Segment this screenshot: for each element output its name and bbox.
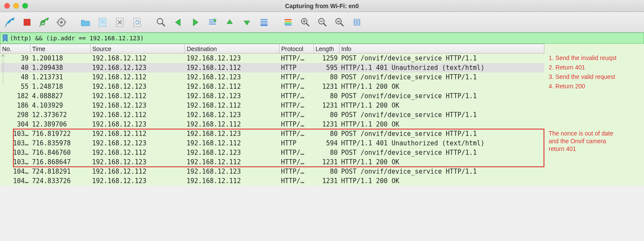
cell-src: 192.168.12.123 xyxy=(91,101,185,110)
packet-row[interactable]: 551.248718192.168.12.123192.168.12.112HT… xyxy=(0,82,544,91)
annotation-box-note-l2: and the Onvif camera xyxy=(549,137,613,145)
col-header-source[interactable]: Source xyxy=(91,44,185,54)
svg-rect-24 xyxy=(285,19,292,20)
cell-no: 304 xyxy=(0,120,30,129)
cell-proto: HTTP/… xyxy=(279,157,314,167)
packet-table-header[interactable]: No. Time Source Destination Protocol Len… xyxy=(0,44,544,54)
cell-len: 80 xyxy=(314,167,340,176)
packet-table[interactable]: No. Time Source Destination Protocol Len… xyxy=(0,44,544,186)
zoom-reset-button[interactable] xyxy=(332,15,347,30)
cell-len: 1231 xyxy=(314,157,340,167)
annotation-4: 4. Return 200 xyxy=(549,82,585,90)
col-header-no[interactable]: No. xyxy=(0,44,30,54)
reload-file-button[interactable] xyxy=(130,15,144,30)
zoom-out-button[interactable] xyxy=(315,15,330,30)
col-header-protocol[interactable]: Protocol xyxy=(279,44,314,54)
minimize-window-button[interactable] xyxy=(13,3,19,9)
bookmark-icon[interactable] xyxy=(2,34,8,42)
cell-src: 192.168.12.112 xyxy=(91,129,185,139)
packet-row[interactable]: 103…716.835978192.168.12.123192.168.12.1… xyxy=(0,139,544,148)
cell-len: 594 xyxy=(314,139,340,148)
col-header-info[interactable]: Info xyxy=(340,44,544,54)
cell-dst: 192.168.12.112 xyxy=(185,101,279,110)
annotation-3: 3. Send the valid request xyxy=(549,73,615,81)
packet-row[interactable]: 1864.103929192.168.12.123192.168.12.112H… xyxy=(0,101,544,110)
cell-info: HTTP/1.1 200 OK xyxy=(340,82,544,91)
cell-dst: 192.168.12.112 xyxy=(185,82,279,91)
packet-row[interactable]: 1824.088827192.168.12.112192.168.12.123H… xyxy=(0,91,544,101)
packet-row[interactable]: 103…716.819722192.168.12.112192.168.12.1… xyxy=(0,129,544,139)
col-header-destination[interactable]: Destination xyxy=(185,44,279,54)
cell-no: 103… xyxy=(0,129,30,139)
col-header-time[interactable]: Time xyxy=(30,44,91,54)
cell-info: HTTP/1.1 401 Unauthorized (text/html) xyxy=(340,63,544,72)
close-file-button[interactable] xyxy=(112,15,127,30)
annotation-1: 1. Send the invalid reuqst xyxy=(549,54,617,62)
zoom-in-button[interactable] xyxy=(298,15,313,30)
cell-info: POST /onvif/device_service HTTP/1.1 xyxy=(340,110,544,120)
svg-rect-39 xyxy=(354,18,355,25)
packet-row[interactable]: 401.209438192.168.12.123192.168.12.112HT… xyxy=(0,63,544,72)
cell-no: 104… xyxy=(0,167,30,176)
cell-len: 1231 xyxy=(314,120,340,129)
capture-options-button[interactable] xyxy=(54,15,69,30)
cell-proto: HTTP/… xyxy=(279,101,314,110)
colorize-button[interactable] xyxy=(281,15,295,30)
cell-proto: HTTP/… xyxy=(279,82,314,91)
find-packet-button[interactable] xyxy=(154,15,168,30)
svg-rect-40 xyxy=(356,18,358,25)
display-filter-input[interactable]: (http) && (ip.addr == 192.168.12.123) xyxy=(10,35,144,42)
display-filter-bar[interactable]: (http) && (ip.addr == 192.168.12.123) xyxy=(0,33,644,44)
packet-row[interactable]: 104…724.833726192.168.12.123192.168.12.1… xyxy=(0,176,544,186)
svg-line-36 xyxy=(340,23,343,26)
cell-dst: 192.168.12.112 xyxy=(185,157,279,167)
auto-scroll-button[interactable] xyxy=(257,15,271,30)
cell-info: POST /onvif/device_service HTTP/1.1 xyxy=(340,148,544,157)
annotation-box-note: The nonce is out of date and the Onvif c… xyxy=(549,130,613,153)
go-back-button[interactable] xyxy=(171,15,185,30)
col-header-length[interactable]: Length xyxy=(314,44,340,54)
cell-time: 4.088827 xyxy=(30,91,91,101)
cell-len: 1231 xyxy=(314,101,340,110)
save-file-button[interactable] xyxy=(95,15,110,30)
restart-capture-button[interactable] xyxy=(37,15,52,30)
cell-len: 1259 xyxy=(314,54,340,63)
packet-row[interactable]: 391.200118192.168.12.112192.168.12.123HT… xyxy=(0,54,544,63)
cell-info: POST /onvif/device_service HTTP/1.1 xyxy=(340,129,544,139)
cell-time: 1.209438 xyxy=(30,63,91,72)
resize-columns-button[interactable] xyxy=(349,15,364,30)
svg-point-15 xyxy=(157,18,163,24)
packet-row[interactable]: 104…724.818291192.168.12.112192.168.12.1… xyxy=(0,167,544,176)
open-file-button[interactable] xyxy=(78,15,93,30)
cell-info: HTTP/1.1 200 OK xyxy=(340,101,544,110)
go-first-packet-button[interactable] xyxy=(222,15,237,30)
annotation-box-note-l1: The nonce is out of date xyxy=(549,130,613,137)
cell-len: 80 xyxy=(314,148,340,157)
cell-info: HTTP/1.1 200 OK xyxy=(340,120,544,129)
go-forward-button[interactable] xyxy=(188,15,203,30)
cell-time: 1.248718 xyxy=(30,82,91,91)
go-to-packet-button[interactable] xyxy=(205,15,220,30)
cell-time: 716.819722 xyxy=(30,129,91,139)
packet-row[interactable]: 481.213731192.168.12.112192.168.12.123HT… xyxy=(0,72,544,82)
cell-dst: 192.168.12.123 xyxy=(185,54,279,63)
zoom-window-button[interactable] xyxy=(22,3,28,9)
close-window-button[interactable] xyxy=(4,3,10,9)
start-capture-button[interactable] xyxy=(3,15,17,30)
packet-row[interactable]: 103…716.846760192.168.12.112192.168.12.1… xyxy=(0,148,544,157)
packet-row[interactable]: 29812.373672192.168.12.112192.168.12.123… xyxy=(0,110,544,120)
window-title: Capturing from Wi-Fi: en0 xyxy=(0,3,644,9)
stop-capture-button[interactable] xyxy=(20,15,34,30)
packet-row[interactable]: 103…716.868647192.168.12.123192.168.12.1… xyxy=(0,157,544,167)
cell-src: 192.168.12.123 xyxy=(91,120,185,129)
svg-line-29 xyxy=(306,23,309,26)
packet-row[interactable]: 30412.389706192.168.12.123192.168.12.112… xyxy=(0,120,544,129)
cell-proto: HTTP/… xyxy=(279,129,314,139)
cell-proto: HTTP/… xyxy=(279,176,314,186)
go-last-packet-button[interactable] xyxy=(240,15,254,30)
cell-time: 12.373672 xyxy=(30,110,91,120)
svg-line-33 xyxy=(323,23,326,26)
svg-rect-23 xyxy=(261,24,267,25)
cell-src: 192.168.12.112 xyxy=(91,72,185,82)
cell-no: 103… xyxy=(0,139,30,148)
